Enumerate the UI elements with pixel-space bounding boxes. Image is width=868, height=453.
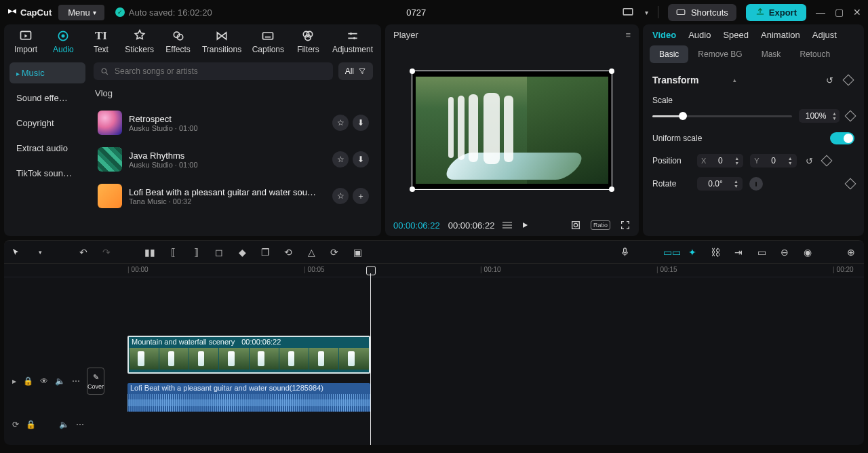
favorite-button[interactable]: ☆	[332, 151, 349, 168]
download-button[interactable]: ⬇	[353, 151, 369, 168]
cat-tiktok-sounds[interactable]: TikTok soun…	[9, 163, 85, 184]
favorite-button[interactable]: ☆	[332, 115, 349, 131]
minimize-button[interactable]: —	[816, 7, 825, 18]
more-icon[interactable]: ⋯	[76, 420, 84, 429]
more-icon[interactable]: ⋯	[72, 376, 80, 386]
track-toggle-icon[interactable]: ⟳	[12, 420, 19, 429]
step-down-icon[interactable]: ▼	[832, 117, 837, 121]
align-icon[interactable]: ⇥	[732, 247, 745, 258]
rtab-adjust[interactable]: Adjust	[812, 30, 837, 40]
search-box[interactable]	[94, 62, 333, 80]
rtab-animation[interactable]: Animation	[761, 30, 800, 40]
mic-icon[interactable]	[620, 247, 632, 257]
rtab-audio[interactable]: Audio	[688, 30, 711, 40]
track-row[interactable]: Java Rhythms Ausku Studio · 01:00 ☆ ⬇	[94, 143, 373, 176]
keyframe-icon[interactable]	[843, 75, 854, 86]
tab-effects[interactable]: Effects	[165, 28, 192, 54]
tab-transitions[interactable]: Transitions	[202, 28, 241, 54]
cat-copyright[interactable]: Copyright	[9, 113, 85, 134]
tab-stickers[interactable]: Stickers	[125, 28, 154, 54]
close-button[interactable]: ✕	[853, 7, 861, 18]
pointer-tool-icon[interactable]	[11, 248, 23, 257]
copy-icon[interactable]: ❐	[259, 247, 271, 258]
undo-icon[interactable]: ↶	[77, 247, 90, 258]
export-button[interactable]: Export	[746, 4, 806, 21]
marker-icon[interactable]: ◆	[236, 247, 248, 258]
play-button[interactable]	[520, 220, 530, 230]
shortcuts-button[interactable]: Shortcuts	[668, 4, 736, 21]
maximize-button[interactable]: ▢	[835, 7, 844, 18]
track-row[interactable]: Lofi Beat with a pleasant guitar and wat…	[94, 180, 373, 212]
subtab-mask[interactable]: Mask	[752, 45, 791, 63]
pointer-caret-icon[interactable]: ▾	[34, 249, 46, 256]
tab-text[interactable]: TI Text	[87, 28, 115, 54]
resize-handle-br[interactable]	[609, 186, 614, 192]
mute-icon[interactable]: 🔈	[59, 420, 69, 429]
tab-adjustment[interactable]: Adjustment	[332, 28, 373, 54]
position-y[interactable]: Y 0 ▲▼	[750, 154, 796, 168]
cat-sound-effects[interactable]: Sound effe…	[9, 87, 85, 109]
zoom-out-icon[interactable]: ⊖	[778, 247, 791, 258]
mute-icon[interactable]: 🔈	[55, 376, 65, 386]
crop-icon[interactable]: ◻	[213, 247, 225, 258]
preview-icon[interactable]: ▭	[755, 247, 768, 258]
resize-handle-bl[interactable]	[410, 186, 415, 192]
filter-all[interactable]: All	[338, 62, 373, 80]
menu-button[interactable]: Menu▾	[58, 5, 104, 20]
uniform-scale-toggle[interactable]	[830, 132, 854, 144]
rotate-knob[interactable]	[749, 177, 763, 191]
crop-tool-icon[interactable]: ▣	[351, 247, 363, 258]
video-lane[interactable]: Mountain and waterfall scenery 00:00:06:…	[96, 330, 864, 376]
position-x[interactable]: X 0 ▲▼	[697, 154, 743, 168]
link-icon[interactable]: ⛓	[709, 247, 722, 258]
rotate-value[interactable]: 0.0° ▲▼	[697, 177, 743, 191]
eye-icon[interactable]: 👁	[40, 376, 48, 386]
video-clip[interactable]: Mountain and waterfall scenery 00:00:06:…	[127, 336, 370, 374]
zoom-in-icon[interactable]: ⊕	[845, 247, 857, 258]
resize-handle-tr[interactable]	[609, 68, 614, 74]
keyframe-rotate-icon[interactable]	[845, 178, 856, 190]
redo-icon[interactable]: ↷	[100, 247, 113, 258]
player-canvas[interactable]	[413, 72, 611, 189]
scale-slider[interactable]	[652, 115, 792, 117]
subtab-basic[interactable]: Basic	[650, 45, 688, 63]
lock-icon[interactable]: 🔒	[23, 376, 33, 386]
tab-import[interactable]: Import	[12, 28, 39, 54]
download-button[interactable]: ⬇	[353, 115, 369, 131]
trim-right-icon[interactable]: ⟧	[190, 247, 202, 258]
keyframe-scale-icon[interactable]	[845, 111, 856, 122]
trim-left-icon[interactable]: ⟦	[167, 247, 179, 258]
subtab-removebg[interactable]: Remove BG	[688, 45, 751, 63]
scale-value[interactable]: 100% ▲▼	[799, 109, 840, 123]
time-ruler[interactable]: 00:00 00:05 00:10 00:15 00:20	[96, 264, 864, 277]
auto-snap-icon[interactable]: ✦	[686, 247, 698, 258]
quality-icon[interactable]	[502, 222, 512, 229]
tab-audio[interactable]: Audio	[50, 28, 77, 54]
zoom-slider-thumb[interactable]: ◉	[802, 247, 814, 258]
favorite-button[interactable]: ☆	[332, 188, 349, 204]
layout-icon[interactable]	[620, 5, 635, 20]
player-menu-icon[interactable]: ≡	[625, 30, 631, 40]
rtab-speed[interactable]: Speed	[723, 30, 749, 40]
subtab-retouch[interactable]: Retouch	[790, 45, 840, 63]
rotate-tool-icon[interactable]: ⟳	[328, 247, 340, 258]
audio-clip[interactable]: Lofi Beat with a pleasant guitar and wat…	[127, 383, 370, 412]
layout-caret-icon[interactable]: ▾	[645, 9, 648, 16]
tab-captions[interactable]: Captions	[252, 28, 284, 54]
split-icon[interactable]: ▮▮	[144, 247, 156, 258]
track-row[interactable]: Retrospect Ausku Studio · 01:00 ☆ ⬇	[94, 106, 373, 139]
cat-extract-audio[interactable]: Extract audio	[9, 138, 85, 159]
cat-music[interactable]: Music	[9, 62, 85, 83]
tab-filters[interactable]: Filters	[294, 28, 321, 54]
reset-icon[interactable]: ↺	[823, 74, 835, 86]
mirror-icon[interactable]: △	[305, 247, 317, 258]
audio-lane[interactable]: Lofi Beat with a pleasant guitar and wat…	[96, 376, 864, 417]
add-button[interactable]: ＋	[353, 188, 369, 204]
rtab-video[interactable]: Video	[652, 30, 676, 40]
keyframe-position-icon[interactable]	[821, 155, 832, 167]
magnet-on-icon[interactable]: ▭▭	[663, 247, 675, 258]
collapse-caret-icon[interactable]: ▴	[733, 77, 736, 83]
reverse-icon[interactable]: ⟲	[282, 247, 294, 258]
reset-position-icon[interactable]: ↺	[804, 155, 816, 167]
scale-fit-icon[interactable]	[570, 220, 581, 231]
